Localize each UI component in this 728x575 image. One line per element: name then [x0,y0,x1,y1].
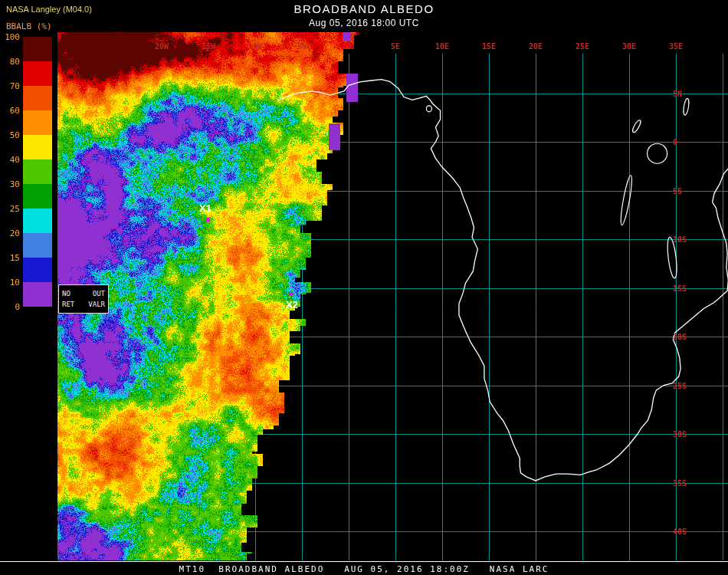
lon-label: 20W [155,42,169,51]
marker-dot [206,218,210,222]
marker-dot [289,292,293,296]
legend-cell: VALR [88,301,105,308]
colorbar-segment [23,184,52,209]
map-canvas [0,0,728,575]
page-title: BROADBAND ALBEDO Aug 05, 2016 18:00 UTC [0,2,728,28]
lat-label: 30S [673,430,687,439]
colorbar-tick: 40 [0,155,20,165]
lon-label: 10E [435,42,449,51]
legend-cell: NO [62,290,71,297]
colorbar-tick: 60 [0,106,20,116]
colorbar-segment [23,258,52,282]
lat-label: 0 [673,138,677,146]
colorbar-segment [23,61,52,86]
colorbar-segment [23,282,52,307]
lat-label: 5S [673,186,682,195]
lat-label: 40S [673,527,687,536]
lon-label: 15W [202,42,215,51]
colorbar-segment [23,135,52,159]
title-line1: BROADBAND ALBEDO [0,2,728,15]
colorbar-segment [23,233,52,258]
colorbar-tick: 0 [0,302,20,312]
marker-label: X2 [286,299,298,310]
colorbar-tick: 80 [0,57,20,67]
colorbar-tick: 70 [0,81,20,91]
lon-label: 5W [297,42,307,51]
title-line2: Aug 05, 2016 18:00 UTC [0,18,728,28]
lon-label: 35E [669,42,683,51]
colorbar-segment [23,209,52,233]
lon-label: 15E [482,42,496,51]
footer-divider [0,561,728,562]
colorbar-tick: 20 [0,228,20,238]
colorbar-tick: 50 [0,130,20,140]
colorbar-segment [23,159,52,184]
footer-caption: MT10 BROADBAND ALBEDO AUG 05, 2016 18:00… [0,564,728,574]
albedo-product-page: BROADBAND ALBEDO Aug 05, 2016 18:00 UTC … [0,0,728,575]
lon-label: 0 [346,42,351,51]
colorbar-segment [23,110,52,135]
lon-label: 20E [529,42,543,51]
product-units-label: BBALB (%) [6,21,52,31]
lon-label: 5E [391,42,400,51]
colorbar-segment [23,37,52,61]
colorbar-tick: 15 [0,253,20,263]
agency-label: NASA Langley (M04.0) [6,5,92,14]
colorbar-segment [23,86,52,110]
colorbar-tick: 10 [0,278,20,288]
legend-row: NOOUT [62,290,105,297]
lat-label: 5N [673,89,682,97]
legend-row: RETVALR [62,301,105,308]
lon-label: 30E [622,42,636,51]
lat-label: 25S [673,381,687,389]
colorbar-tick: 25 [0,204,20,214]
legend-cell: OUT [93,290,105,297]
lat-label: 15S [673,284,687,292]
legend-cell: RET [62,301,74,308]
marker-label: X1 [199,202,212,214]
retrieval-legend: NOOUTRETVALR [58,284,109,314]
lon-label: 10W [248,42,262,51]
colorbar-tick: 30 [0,179,20,189]
lat-label: 10S [673,235,687,244]
lat-label: 35S [673,478,687,487]
lat-label: 20S [673,333,687,341]
colorbar-tick: 100 [0,32,20,42]
lon-label: 25E [576,42,589,51]
